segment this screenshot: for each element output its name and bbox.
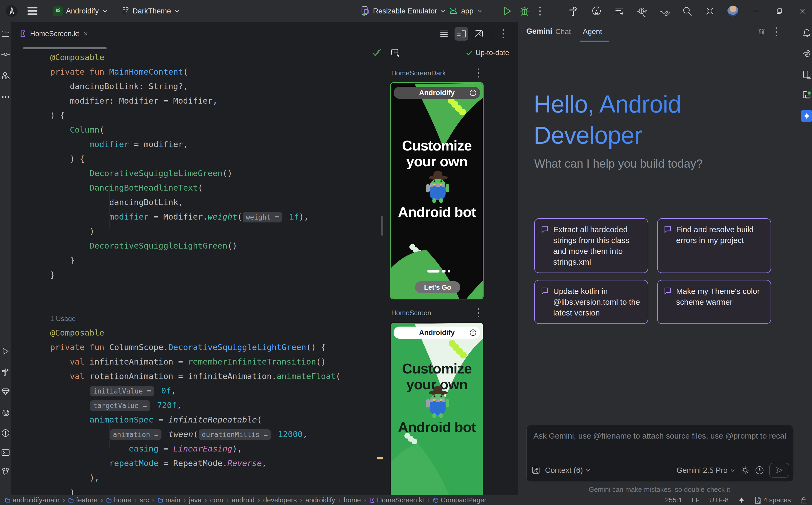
terminal-tool-button[interactable] [1, 449, 10, 456]
settings-gear-icon[interactable] [704, 6, 715, 17]
breadcrumb-item[interactable]: android [232, 496, 255, 504]
live-edit-icon[interactable] [659, 6, 670, 17]
suggestion-text: Find and resolve build errors in my proj… [676, 224, 765, 267]
caret-position[interactable]: 255:1 [665, 496, 682, 504]
context-selector[interactable]: Context (6) [545, 466, 591, 475]
breadcrumb-item[interactable]: home [344, 496, 361, 504]
gemini-suggestion-card[interactable]: Find and resolve build errors in my proj… [657, 218, 771, 273]
tab-chat[interactable]: Chat [555, 27, 571, 36]
gemini-settings-icon[interactable] [741, 466, 750, 475]
compose-preview-panel: Up-to-date HomeScreenDark Androidify Cus… [384, 45, 517, 495]
problems-tool-button[interactable] [1, 429, 10, 437]
code-line: modifier = modifier, [11, 137, 384, 152]
breadcrumb-item[interactable]: src [140, 496, 149, 504]
file-lock-toggle[interactable] [800, 497, 807, 504]
editor-options-button[interactable] [496, 27, 510, 41]
version-control-tool-button[interactable] [2, 468, 9, 476]
preview-layout-button[interactable] [390, 48, 400, 58]
logcat-tool-button[interactable] [1, 410, 10, 417]
breadcrumb-item[interactable]: com [210, 496, 223, 504]
breadcrumb-item[interactable]: feature [68, 496, 97, 504]
gemini-prompt-input[interactable] [533, 430, 788, 442]
running-devices-tool-button[interactable] [802, 91, 811, 100]
build-hammer-icon[interactable] [568, 6, 579, 17]
resource-manager-tool-button[interactable] [1, 72, 10, 80]
close-icon[interactable] [83, 31, 89, 37]
cube-icon [433, 497, 439, 503]
build-tool-button[interactable] [1, 368, 10, 376]
breadcrumb-item[interactable]: java [189, 496, 202, 504]
file-encoding[interactable]: UTF-8 [709, 496, 729, 504]
code-line: dancingBotLink, [11, 195, 384, 209]
gemini-suggestion-card[interactable]: Update kotlin in @libs.version.toml to t… [534, 280, 648, 324]
gemini-suggestion-card[interactable]: Extract all hardcoded strings from this … [534, 218, 648, 273]
breadcrumb-separator: › [427, 496, 430, 504]
device-selector[interactable]: Resizable Emulator [361, 0, 446, 22]
chat-bubble-icon [541, 225, 549, 233]
window-maximize-button[interactable] [774, 5, 785, 17]
more-tool-windows-button[interactable] [1, 96, 10, 98]
attach-image-icon[interactable] [532, 467, 540, 474]
gradle-tool-button[interactable] [802, 50, 811, 58]
debug-button[interactable] [519, 0, 530, 22]
breadcrumb-item[interactable]: CompactPager [433, 496, 486, 504]
chat-bubble-icon [541, 287, 549, 295]
delete-conversation-icon[interactable] [758, 28, 766, 36]
breadcrumb-item[interactable]: home [106, 496, 131, 504]
tab-agent[interactable]: Agent [583, 27, 602, 36]
branch-selector[interactable]: DarkTheme [122, 0, 180, 22]
code-view-button[interactable] [437, 27, 451, 41]
run-configuration-selector[interactable]: app [449, 0, 482, 22]
preview-light-menu-button[interactable] [477, 308, 480, 317]
breadcrumb-item[interactable]: main [157, 496, 180, 504]
breadcrumb-item[interactable]: androidify-main [5, 496, 60, 504]
check-icon [466, 49, 473, 56]
project-tool-button[interactable] [2, 30, 9, 37]
gemini-suggestion-card[interactable]: Make my Theme's color scheme warmer [657, 280, 771, 324]
code-line: modifier: Modifier = Modifier, [11, 94, 384, 108]
commit-tool-button[interactable] [1, 52, 10, 57]
code-line: initialValue = 0f, [11, 383, 384, 398]
gemini-status-icon[interactable] [738, 497, 745, 504]
profiler-bug-icon[interactable] [636, 6, 648, 17]
main-menu-button[interactable] [27, 0, 37, 22]
preview-card-homescreen[interactable]: Androidify Customize your own Android bo… [390, 322, 484, 495]
editor-scrollbar-thumb[interactable] [381, 216, 383, 235]
preview-dark-menu-button[interactable] [477, 68, 480, 77]
android-bot-image [422, 382, 454, 419]
todo-list-icon[interactable] [614, 6, 625, 17]
preview-view-button[interactable] [472, 27, 486, 41]
send-button[interactable] [769, 463, 789, 478]
hide-panel-icon[interactable] [787, 28, 794, 35]
code-editor[interactable]: @Composableprivate fun MainHomeContent(d… [11, 50, 384, 495]
run-button[interactable] [502, 0, 512, 22]
editor-tab-homescreen[interactable]: HomeScreen.kt [15, 22, 93, 45]
gemini-options-button[interactable] [775, 27, 778, 36]
notifications-tool-button[interactable] [803, 29, 811, 38]
breadcrumb-item[interactable]: androidify [306, 496, 335, 504]
line-separator[interactable]: LF [692, 496, 700, 504]
preview-card-homescreendark[interactable]: Androidify Customize your own Android bo… [390, 82, 484, 299]
breadcrumb-item[interactable]: developers [263, 496, 297, 504]
run-more-actions-button[interactable] [539, 0, 541, 22]
history-icon[interactable] [755, 466, 764, 475]
gemini-input-box[interactable]: Context (6) Gemini 2.5 Pro [526, 425, 794, 482]
breadcrumb-separator: › [205, 496, 207, 504]
search-icon[interactable] [682, 6, 693, 17]
device-manager-tool-button[interactable] [803, 70, 811, 79]
window-close-button[interactable] [797, 5, 808, 17]
run-tool-button[interactable] [2, 347, 9, 355]
app-quality-insights-tool-button[interactable] [1, 388, 10, 395]
breadcrumb-item[interactable]: HomeScreen.kt [370, 496, 424, 504]
apply-changes-icon[interactable] [591, 6, 602, 17]
user-avatar[interactable] [727, 5, 739, 17]
breadcrumb-separator: › [338, 496, 341, 504]
indent-settings[interactable]: 4 spaces [755, 496, 791, 504]
window-minimize-button[interactable] [750, 5, 762, 17]
project-selector[interactable]: Androidify [53, 0, 108, 22]
chevron-down-icon [440, 8, 446, 14]
gemini-tool-button[interactable] [801, 110, 812, 122]
split-view-button[interactable] [455, 27, 468, 41]
code-line [11, 297, 384, 311]
model-selector[interactable]: Gemini 2.5 Pro [677, 466, 735, 475]
